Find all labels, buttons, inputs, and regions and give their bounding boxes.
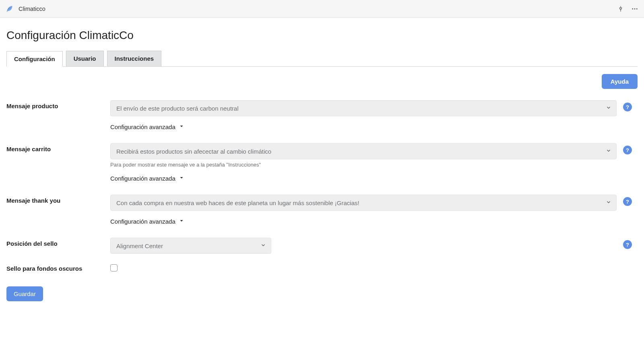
- select-product-message[interactable]: El envío de este producto será carbon ne…: [110, 100, 617, 116]
- label-thankyou-message: Mensaje thank you: [6, 195, 110, 204]
- advanced-toggle-thankyou-label: Configuración avanzada: [110, 218, 175, 225]
- help-icon[interactable]: ?: [623, 197, 632, 206]
- advanced-toggle-product[interactable]: Configuración avanzada: [110, 123, 617, 130]
- row-product-message: Mensaje producto El envío de este produc…: [6, 95, 638, 138]
- form-area: Mensaje producto El envío de este produc…: [6, 93, 638, 301]
- row-dark-seal: Sello para fondos oscuros: [6, 257, 638, 275]
- select-cart-message[interactable]: Recibirá estos productos sin afecectar a…: [110, 143, 617, 159]
- topbar: Climaticco: [0, 0, 644, 18]
- tab-usuario[interactable]: Usuario: [66, 51, 104, 66]
- tab-instrucciones[interactable]: Instrucciones: [107, 51, 162, 66]
- label-product-message: Mensaje producto: [6, 100, 110, 109]
- save-row: Guardar: [6, 275, 638, 301]
- save-button[interactable]: Guardar: [6, 286, 43, 301]
- tab-configuracion[interactable]: Configuración: [6, 51, 63, 67]
- chevron-down-icon: [179, 218, 184, 225]
- chevron-down-icon: [260, 243, 266, 249]
- advanced-toggle-product-label: Configuración avanzada: [110, 123, 175, 130]
- topbar-actions: [617, 5, 638, 12]
- hint-cart-message: Para poder mostrar este mensaje ve a la …: [110, 162, 617, 168]
- select-thankyou-message[interactable]: Con cada compra en nuestra web haces de …: [110, 195, 617, 211]
- chevron-down-icon: [606, 105, 611, 112]
- chevron-down-icon: [179, 175, 184, 182]
- select-seal-position-value: Alignment Center: [116, 243, 163, 249]
- app-name: Climaticco: [19, 6, 45, 12]
- label-seal-position: Posición del sello: [6, 238, 110, 247]
- svg-point-0: [632, 8, 633, 9]
- select-thankyou-message-value: Con cada compra en nuestra web haces de …: [116, 200, 359, 206]
- help-icon[interactable]: ?: [623, 103, 632, 111]
- chevron-down-icon: [179, 123, 184, 130]
- label-cart-message: Mensaje carrito: [6, 143, 110, 152]
- advanced-toggle-cart[interactable]: Configuración avanzada: [110, 175, 617, 182]
- label-dark-seal: Sello para fondos oscuros: [6, 263, 110, 272]
- advanced-toggle-cart-label: Configuración avanzada: [110, 175, 175, 182]
- row-cart-message: Mensaje carrito Recibirá estos productos…: [6, 138, 638, 189]
- main-content: Configuración ClimaticCo Configuración U…: [0, 18, 644, 308]
- topbar-left: Climaticco: [6, 4, 45, 13]
- svg-point-1: [634, 8, 636, 9]
- app-logo-icon: [6, 4, 14, 13]
- select-product-message-value: El envío de este producto será carbon ne…: [116, 105, 239, 112]
- help-button-row: Ayuda: [6, 67, 638, 93]
- checkbox-dark-seal[interactable]: [110, 264, 118, 272]
- help-icon[interactable]: ?: [623, 240, 632, 249]
- chevron-down-icon: [606, 148, 611, 155]
- help-button[interactable]: Ayuda: [602, 74, 638, 89]
- help-icon[interactable]: ?: [623, 146, 632, 154]
- chevron-down-icon: [606, 200, 611, 206]
- row-seal-position: Posición del sello Alignment Center ?: [6, 232, 638, 257]
- select-cart-message-value: Recibirá estos productos sin afecectar a…: [116, 148, 271, 155]
- select-seal-position[interactable]: Alignment Center: [110, 238, 271, 254]
- advanced-toggle-thankyou[interactable]: Configuración avanzada: [110, 218, 617, 225]
- more-icon[interactable]: [631, 5, 638, 12]
- svg-point-2: [636, 8, 638, 9]
- row-thankyou-message: Mensaje thank you Con cada compra en nue…: [6, 189, 638, 232]
- tabs: Configuración Usuario Instrucciones: [6, 51, 638, 67]
- page-title: Configuración ClimaticCo: [6, 29, 638, 42]
- pin-icon[interactable]: [617, 6, 624, 12]
